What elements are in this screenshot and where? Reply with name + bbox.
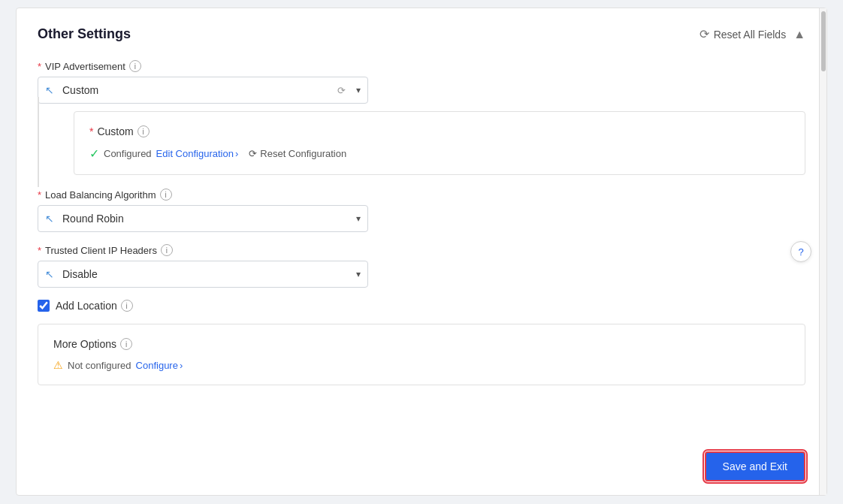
load-balancing-select-wrapper: ↖ Round Robin ▾ [38, 205, 368, 232]
configured-text: Configured [104, 148, 152, 159]
bottom-bar: Save and Exit [705, 451, 805, 481]
vip-advertisement-select-wrapper: ↖ Custom ⟳ ▾ [38, 77, 368, 104]
load-balancing-select[interactable]: Round Robin [38, 205, 368, 232]
panel-header: Other Settings ⟳ Reset All Fields ▲ [38, 26, 805, 42]
custom-config-title-text: Custom [97, 125, 133, 137]
custom-config-title: * Custom i [89, 125, 790, 137]
configure-link[interactable]: Configure › [136, 360, 183, 371]
vip-advertisement-label: * VIP Advertisement i [38, 60, 805, 72]
required-star-2: * [89, 125, 93, 137]
collapse-icon: ▲ [793, 28, 805, 41]
reset-config-icon: ⟳ [249, 148, 257, 159]
bracket-line [38, 97, 39, 187]
required-star-3: * [38, 189, 41, 201]
add-location-row: Add Location i [38, 300, 805, 312]
scrollbar[interactable] [819, 8, 826, 495]
vip-advertisement-text: VIP Advertisement [45, 61, 125, 72]
add-location-label[interactable]: Add Location i [56, 300, 133, 312]
vip-refresh-icon[interactable]: ⟳ [337, 85, 346, 96]
reset-all-button[interactable]: ⟳ Reset All Fields [699, 27, 786, 41]
vip-icon-left: ↖ [45, 84, 54, 96]
load-balancing-info-icon[interactable]: i [160, 189, 172, 201]
trusted-ip-select-wrapper: ↖ Disable ▾ [38, 261, 368, 288]
more-options-info-icon[interactable]: i [120, 338, 132, 350]
configured-check-icon: ✓ [89, 146, 99, 161]
reset-configuration-button[interactable]: ⟳ Reset Configuration [249, 148, 346, 159]
trusted-ip-section: * Trusted Client IP Headers i ↖ Disable … [38, 244, 805, 288]
edit-config-chevron: › [235, 148, 238, 159]
scrollbar-thumb [821, 11, 826, 71]
custom-config-box: * Custom i ✓ Configured Edit Configurati… [74, 111, 805, 175]
help-bubble[interactable]: ? [790, 241, 811, 262]
not-configured-text: Not configured [68, 360, 131, 371]
add-location-checkbox[interactable] [38, 300, 50, 312]
trusted-ip-text: Trusted Client IP Headers [45, 245, 157, 256]
edit-configuration-link[interactable]: Edit Configuration › [156, 148, 239, 159]
trusted-ip-label: * Trusted Client IP Headers i [38, 244, 805, 256]
collapse-button[interactable]: ▲ [793, 28, 805, 41]
load-balancing-label: * Load Balancing Algorithm i [38, 189, 805, 201]
vip-advertisement-select[interactable]: Custom [38, 77, 368, 104]
reset-all-label: Reset All Fields [714, 29, 786, 41]
trusted-ip-select[interactable]: Disable [38, 261, 368, 288]
save-and-exit-button[interactable]: Save and Exit [705, 451, 805, 481]
reset-icon: ⟳ [699, 27, 709, 41]
trusted-ip-info-icon[interactable]: i [161, 244, 173, 256]
configure-chevron: › [180, 360, 183, 371]
page-title: Other Settings [38, 26, 131, 42]
help-icon: ? [798, 246, 803, 258]
more-options-box: More Options i ⚠ Not configured Configur… [38, 324, 805, 385]
lb-icon-left: ↖ [45, 213, 54, 225]
custom-config-info-icon[interactable]: i [137, 125, 150, 137]
load-balancing-text: Load Balancing Algorithm [45, 189, 156, 201]
warning-icon: ⚠ [53, 359, 63, 371]
config-status-row: ✓ Configured Edit Configuration › ⟳ Rese… [89, 146, 790, 161]
not-configured-row: ⚠ Not configured Configure › [53, 359, 790, 371]
more-options-title: More Options i [53, 338, 790, 350]
required-star-4: * [38, 245, 41, 256]
vip-advertisement-info-icon[interactable]: i [129, 60, 141, 72]
main-panel: Other Settings ⟳ Reset All Fields ▲ * VI… [16, 8, 827, 496]
add-location-info-icon[interactable]: i [121, 300, 133, 312]
required-star: * [38, 61, 41, 72]
header-actions: ⟳ Reset All Fields ▲ [699, 27, 805, 41]
trusted-ip-icon-left: ↖ [45, 268, 54, 280]
